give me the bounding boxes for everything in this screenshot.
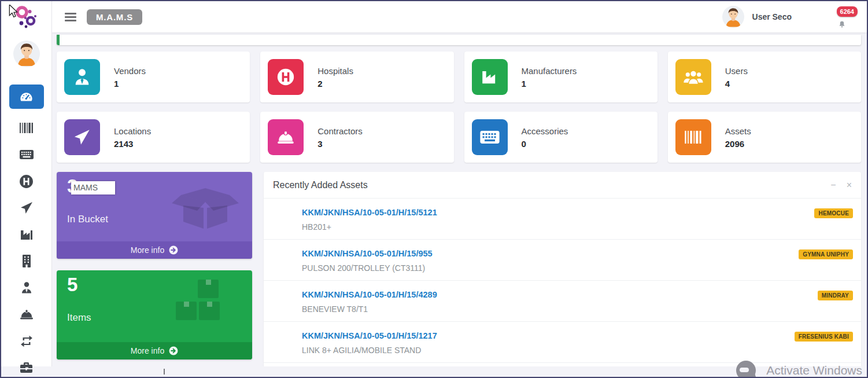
asset-code-link[interactable]: KKM/JKN/HSA/10-05-01/H/15/955	[302, 249, 433, 258]
in-bucket-label: In Bucket	[67, 214, 108, 225]
brand-badge: MINDRAY	[818, 291, 853, 300]
items-card[interactable]: 5 Items	[57, 270, 252, 359]
stat-value: 1	[522, 79, 577, 89]
activate-windows-text: Activate Windows	[766, 364, 862, 377]
stat-value: 2	[317, 79, 353, 89]
stat-card-hospitals[interactable]: Hospitals 2	[260, 52, 453, 102]
users-glyph	[683, 67, 704, 87]
stat-label: Users	[725, 66, 748, 76]
alert-bar	[57, 35, 861, 45]
hospital-icon	[19, 174, 34, 189]
sidebar-item-manufacturers[interactable]	[19, 227, 34, 242]
user-tie-glyph	[72, 67, 92, 87]
sidebar-item-dashboard[interactable]	[9, 85, 44, 109]
dashboard-icon	[19, 89, 34, 105]
stat-label: Manufacturers	[522, 66, 577, 76]
stat-value: 1	[114, 79, 146, 89]
users-icon	[675, 59, 711, 95]
asset-row: KKM/JKN/HSA/10-05-01/H/15/4289 BENEVIEW …	[264, 281, 861, 322]
stat-value: 4	[725, 79, 748, 89]
stat-card-locations[interactable]: Locations 2143	[57, 112, 250, 163]
stat-card-assets[interactable]: Assets 2096	[668, 112, 861, 163]
keyboard-glyph	[479, 129, 500, 145]
items-count: 5	[67, 274, 77, 296]
stat-label: Vendors	[114, 66, 146, 76]
user-avatar[interactable]	[722, 6, 744, 28]
stat-card-accessories[interactable]: Accessories 0	[464, 112, 658, 163]
menu-bar	[65, 16, 76, 18]
mouse-cursor	[8, 5, 19, 19]
stat-label: Hospitals	[317, 66, 353, 76]
location-arrow-glyph	[73, 128, 91, 146]
user-tie-icon	[20, 281, 34, 295]
asset-main: KKM/JKN/HSA/10-05-01/H/15/4289 BENEVIEW …	[302, 289, 437, 314]
asset-code-link[interactable]: KKM/JKN/HSA/10-05-01/H/15/1217	[302, 331, 437, 340]
sidebar-item-locations[interactable]	[20, 200, 34, 215]
close-icon[interactable]: ×	[847, 181, 852, 190]
menu-toggle-button[interactable]	[65, 13, 76, 21]
scrollbar-tick	[164, 369, 165, 375]
brand-badge: HEMOCUE	[814, 208, 853, 218]
sidebar-item-assets[interactable]	[19, 120, 34, 135]
stat-label: Locations	[114, 126, 151, 136]
sidebar-item-contractors[interactable]	[19, 307, 34, 322]
asset-row: KKM/JKN/HSA/10-05-01/H/15/1217 LINK 8+ A…	[264, 322, 861, 363]
stat-label: Contractors	[317, 126, 363, 136]
stat-card-contractors[interactable]: Contractors 3	[260, 112, 453, 163]
sidebar-item-transfers[interactable]	[19, 333, 34, 348]
sidebar-avatar[interactable]	[13, 41, 40, 67]
notification-count-badge: 6264	[837, 6, 858, 17]
transfer-icon	[19, 335, 34, 347]
recently-added-assets-panel: Recently Added Assets − × KKM/JKN/HSA/10…	[264, 172, 861, 366]
sidebar-item-vendors[interactable]	[20, 280, 34, 295]
more-info-label: More info	[131, 245, 164, 255]
hard-hat-icon	[268, 119, 304, 155]
user-name: User Seco	[752, 12, 792, 21]
panel-title: Recently Added Assets	[273, 180, 368, 190]
asset-model: PULSON 200/TROLLEY (CT3111)	[302, 263, 433, 273]
stat-card-vendors[interactable]: Vendors 1	[57, 52, 250, 102]
asset-main: KKM/JKN/HSA/10-05-01/H/15/1217 LINK 8+ A…	[302, 331, 437, 355]
windows-activation-icon	[735, 359, 757, 378]
brand-badge: FRESENIUS KABI	[795, 332, 853, 342]
asset-row: KKM/JKN/HSA/10-05-01/H/15/5121 HB201+ HE…	[264, 199, 861, 240]
hospital-icon	[268, 59, 304, 95]
stat-label: Assets	[725, 126, 751, 136]
barcode-icon	[19, 122, 34, 134]
activate-windows-watermark: Activate Windows	[735, 359, 862, 378]
avatar-icon	[13, 41, 40, 67]
brand-badge: GYMNA UNIPHY	[799, 249, 853, 259]
asset-model: LINK 8+ AGILIA/MOBILE STAND	[302, 346, 437, 355]
minimize-icon[interactable]: −	[830, 181, 836, 190]
sidebar-item-hospitals[interactable]	[19, 174, 34, 189]
sidebar-item-buildings[interactable]	[20, 254, 33, 269]
sidebar-item-toolbox[interactable]	[19, 360, 34, 375]
menu-bar	[65, 20, 76, 21]
panel-controls: − ×	[830, 181, 852, 190]
navbar-user-area: User Seco 6264	[722, 5, 859, 29]
asset-code-link[interactable]: KKM/JKN/HSA/10-05-01/H/15/5121	[302, 208, 437, 217]
menu-bar	[65, 13, 76, 14]
factory-glyph	[480, 67, 500, 87]
items-more-info-link[interactable]: More info	[57, 342, 252, 359]
main-content: Vendors 1 Hospitals 2	[52, 32, 867, 366]
keyboard-icon	[472, 119, 508, 155]
asset-model: HB201+	[302, 222, 437, 232]
app-window: M.A.M.S User Seco 6264	[0, 0, 868, 378]
avatar-icon	[722, 6, 744, 28]
stats-grid: Vendors 1 Hospitals 2	[57, 52, 861, 163]
location-arrow-icon	[20, 201, 34, 215]
in-bucket-more-info-link[interactable]: More info	[57, 241, 252, 259]
asset-code-link[interactable]: KKM/JKN/HSA/10-05-01/H/15/4289	[302, 290, 437, 299]
sidebar	[1, 1, 52, 366]
stat-card-manufacturers[interactable]: Manufacturers 1	[464, 52, 658, 102]
asset-model: BENEVIEW T8/T1	[302, 304, 437, 314]
panel-header: Recently Added Assets − ×	[264, 172, 861, 199]
hard-hat-icon	[19, 308, 34, 321]
location-arrow-icon	[64, 119, 100, 155]
in-bucket-card[interactable]: 3 MAMS In Bucket More info	[57, 172, 252, 259]
stat-card-users[interactable]: Users 4	[668, 52, 861, 102]
sidebar-item-accessories[interactable]	[19, 147, 34, 162]
barcode-glyph	[684, 129, 703, 146]
notifications-button[interactable]: 6264	[825, 5, 859, 29]
